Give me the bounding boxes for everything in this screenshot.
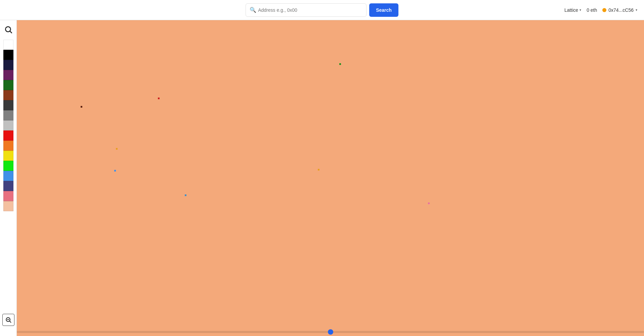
color-swatch-dark-green[interactable] [3,80,13,90]
color-swatch-bright-green[interactable] [3,161,13,171]
color-swatch-purple[interactable] [3,70,13,80]
pixel-dot-7[interactable] [428,202,430,204]
topbar-right: Lattice ▾ 0 eth 0x74...cC56 ▾ [564,7,637,13]
color-swatch-pink[interactable] [3,191,13,201]
color-swatch-orange[interactable] [3,141,13,151]
search-wrapper: 🔍 [246,3,367,17]
wallet-chevron-icon: ▾ [636,8,637,12]
color-swatch-light-blue[interactable] [3,171,13,181]
sidebar-search-top-button[interactable] [2,24,14,36]
network-selector[interactable]: Lattice ▾ [564,7,581,13]
bottom-scrollbar [17,331,644,333]
search-magnifier-icon [4,25,13,34]
topbar: 🔍 Search Lattice ▾ 0 eth 0x74...cC56 ▾ [0,0,644,20]
sidebar [0,0,17,336]
wallet-address[interactable]: 0x74...cC56 ▾ [602,7,637,13]
pixel-dot-1[interactable] [81,106,82,108]
color-swatch-yellow[interactable] [3,151,13,161]
scrollbar-thumb[interactable] [328,329,333,335]
pixel-dot-4[interactable] [114,170,116,172]
search-container: 🔍 Search [246,3,398,17]
search-button[interactable]: Search [369,3,398,17]
zoom-out-icon [5,316,12,323]
eth-balance: 0 eth [587,7,597,13]
pixel-dot-5[interactable] [185,194,186,196]
color-swatch-indigo[interactable] [3,181,13,191]
color-swatch-gray[interactable] [3,110,13,120]
sidebar-zoom-out-button[interactable] [2,314,14,326]
canvas-area[interactable] [17,20,644,336]
color-swatch-dark-gray[interactable] [3,100,13,110]
svg-line-1 [10,31,12,33]
color-swatch-brown[interactable] [3,90,13,100]
pixel-dot-6[interactable] [318,169,319,171]
network-label: Lattice [564,7,578,13]
network-chevron-icon: ▾ [579,8,581,12]
pixel-dot-0[interactable] [158,98,160,99]
search-icon: 🔍 [250,7,256,13]
scrollbar-track [17,331,644,333]
search-input[interactable] [246,3,367,17]
pixel-dot-2[interactable] [339,63,341,65]
svg-line-3 [9,321,11,323]
wallet-address-text: 0x74...cC56 [608,7,634,13]
color-swatch-white[interactable] [3,40,13,50]
color-palette [3,40,13,211]
color-swatch-black[interactable] [3,50,13,60]
wallet-dot-icon [602,8,606,12]
color-swatch-peach[interactable] [3,201,13,211]
color-swatch-navy[interactable] [3,60,13,70]
color-swatch-red[interactable] [3,130,13,141]
pixel-dot-3[interactable] [116,148,118,150]
color-swatch-light-gray[interactable] [3,120,13,130]
